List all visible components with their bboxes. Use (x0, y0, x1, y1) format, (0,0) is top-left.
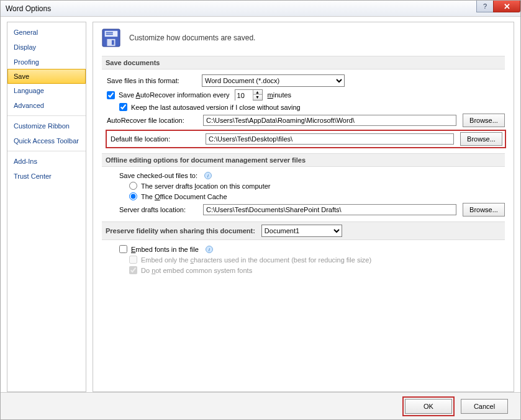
window-buttons: ? ✕ (477, 1, 520, 12)
embed-fonts-checkbox-input[interactable] (119, 245, 127, 253)
default-location-browse-button[interactable]: Browse... (460, 132, 502, 146)
autorecover-location-input[interactable] (203, 115, 456, 126)
section-offline-editing: Offline editing options for document man… (102, 153, 505, 167)
sidebar-separator (7, 115, 86, 116)
help-button[interactable]: ? (476, 1, 494, 12)
row-checked-out-label: Save checked-out files to: i (102, 172, 505, 179)
sidebar-item-save[interactable]: Save (7, 69, 86, 84)
fidelity-document-select[interactable]: Document1 (261, 225, 342, 237)
save-format-label: Save files in this format: (107, 77, 197, 84)
server-drafts-radio-label: The server drafts location on this compu… (141, 182, 271, 190)
row-no-common-fonts: Do not embed common system fonts (102, 266, 505, 274)
row-embed-fonts: Embed fonts in the file i (102, 245, 505, 253)
keep-last-checkbox-input[interactable] (119, 103, 127, 111)
default-location-label: Default file location: (109, 135, 199, 143)
sidebar-item-advanced[interactable]: Advanced (7, 98, 86, 113)
autorecover-minutes-input[interactable] (235, 90, 253, 101)
preserve-fidelity-label: Preserve fidelity when sharing this docu… (106, 227, 255, 235)
ok-button-highlight: OK (402, 396, 455, 416)
sidebar-item-display[interactable]: Display (7, 40, 86, 55)
row-default-file-location-highlight: Default file location: Browse... (106, 130, 506, 148)
no-common-fonts-checkbox-input (129, 266, 137, 274)
sidebar-item-customize-ribbon[interactable]: Customize Ribbon (7, 118, 86, 133)
panel-header: Customize how documents are saved. (102, 29, 505, 47)
row-save-format: Save files in this format: Word Document… (102, 74, 505, 87)
info-icon[interactable]: i (204, 172, 212, 179)
row-keep-last: Keep the last autosaved version if I clo… (102, 103, 505, 111)
sidebar-item-add-ins[interactable]: Add-Ins (7, 154, 86, 169)
info-icon[interactable]: i (206, 246, 213, 253)
embed-only-chars-checkbox-input (129, 256, 137, 264)
autorecover-browse-button[interactable]: Browse... (463, 114, 505, 127)
server-drafts-browse-button[interactable]: Browse... (463, 203, 505, 217)
server-drafts-radio-input[interactable] (129, 182, 137, 190)
keep-last-label: Keep the last autosaved version if I clo… (131, 104, 301, 111)
close-button[interactable]: ✕ (493, 1, 520, 12)
sidebar-item-proofing[interactable]: Proofing (7, 55, 86, 69)
save-icon (102, 29, 120, 47)
office-cache-radio-input[interactable] (129, 192, 137, 200)
row-radio-office-cache: The Office Document Cache (102, 192, 505, 200)
sidebar-item-trust-center[interactable]: Trust Center (7, 169, 86, 184)
content-area: General Display Proofing Save Language A… (1, 17, 520, 392)
autorecover-checkbox[interactable]: Save AutoRecover information every (107, 91, 230, 99)
section-preserve-fidelity: Preserve fidelity when sharing this docu… (102, 221, 505, 240)
row-server-drafts-location: Server drafts location: Browse... (102, 203, 505, 217)
cancel-button[interactable]: Cancel (461, 399, 508, 414)
office-cache-radio-label: The Office Document Cache (141, 193, 227, 200)
titlebar: Word Options ? ✕ (1, 1, 520, 17)
row-autorecover-location: AutoRecover file location: Browse... (102, 114, 505, 127)
server-drafts-location-input[interactable] (203, 204, 456, 215)
sidebar-separator (7, 151, 86, 151)
sidebar: General Display Proofing Save Language A… (7, 22, 86, 392)
server-drafts-location-label: Server drafts location: (119, 206, 197, 213)
dialog-footer: OK Cancel (1, 392, 520, 419)
office-cache-radio[interactable]: The Office Document Cache (129, 192, 227, 200)
row-autorecover: Save AutoRecover information every ▲ ▼ m… (102, 89, 505, 101)
svg-rect-2 (106, 32, 113, 34)
main-panel: Customize how documents are saved. Save … (93, 22, 514, 392)
save-format-select[interactable]: Word Document (*.docx) (202, 74, 345, 87)
sidebar-item-general[interactable]: General (7, 25, 86, 40)
embed-only-chars-label: Embed only the characters used in the do… (141, 256, 371, 264)
panel-heading-text: Customize how documents are saved. (129, 34, 255, 42)
default-location-input[interactable] (206, 133, 454, 145)
row-embed-only-chars: Embed only the characters used in the do… (102, 256, 505, 264)
section-save-documents: Save documents (102, 56, 505, 69)
checked-out-label: Save checked-out files to: (119, 172, 197, 179)
window-title: Word Options (6, 4, 51, 13)
no-common-fonts-checkbox: Do not embed common system fonts (129, 266, 252, 274)
spinner-up-icon[interactable]: ▲ (253, 90, 262, 95)
spinner-down-icon[interactable]: ▼ (253, 95, 262, 100)
autorecover-location-label: AutoRecover file location: (107, 117, 197, 124)
ok-button[interactable]: OK (405, 399, 452, 414)
svg-rect-5 (112, 40, 114, 45)
server-drafts-radio[interactable]: The server drafts location on this compu… (129, 182, 271, 190)
sidebar-item-language[interactable]: Language (7, 83, 86, 98)
autorecover-checkbox-input[interactable] (107, 91, 115, 99)
embed-fonts-label: Embed fonts in the file (131, 246, 199, 253)
autorecover-label: Save AutoRecover information every (119, 91, 230, 99)
embed-only-chars-checkbox: Embed only the characters used in the do… (129, 256, 371, 264)
minutes-label: minutes (268, 91, 292, 99)
row-radio-server-drafts: The server drafts location on this compu… (102, 182, 505, 190)
no-common-fonts-label: Do not embed common system fonts (141, 267, 252, 274)
sidebar-item-quick-access-toolbar[interactable]: Quick Access Toolbar (7, 133, 86, 148)
keep-last-checkbox[interactable]: Keep the last autosaved version if I clo… (119, 103, 301, 111)
svg-rect-3 (106, 34, 113, 35)
autorecover-minutes-spinner[interactable]: ▲ ▼ (235, 89, 263, 101)
embed-fonts-checkbox[interactable]: Embed fonts in the file (119, 245, 199, 253)
